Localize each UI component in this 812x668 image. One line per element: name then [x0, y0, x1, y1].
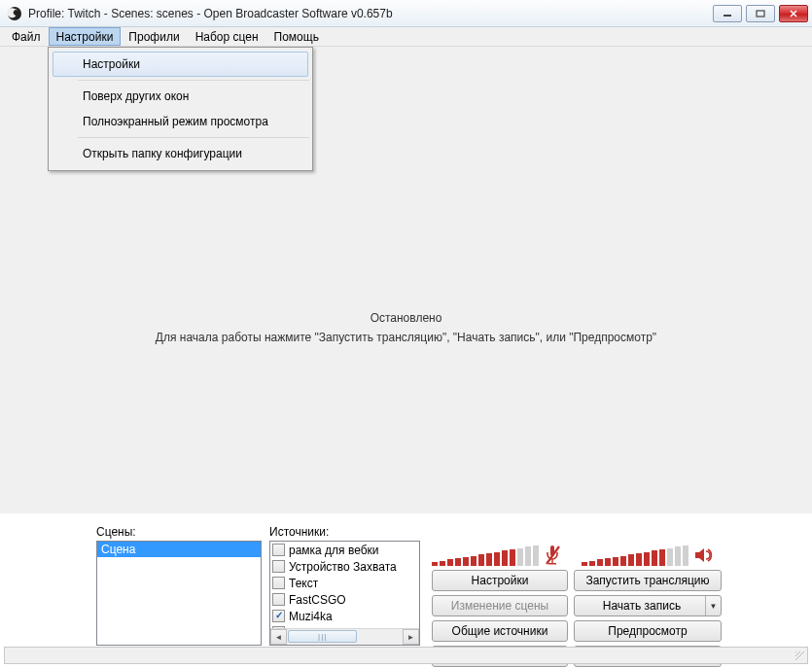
meter-bar — [463, 557, 469, 566]
list-item[interactable]: Текст — [270, 575, 419, 591]
minimize-button[interactable] — [713, 5, 742, 22]
preview-button[interactable]: Предпросмотр — [574, 620, 722, 642]
meter-bar — [502, 550, 508, 566]
scenes-listbox[interactable]: Сцена — [96, 541, 262, 646]
meter-bar — [644, 552, 650, 566]
meter-bar — [683, 545, 688, 566]
meter-bar — [582, 562, 587, 566]
menu-item-1[interactable]: Настройки — [49, 27, 122, 46]
svg-rect-1 — [724, 15, 731, 17]
start-record-button[interactable]: Начать запись ▼ — [574, 595, 722, 616]
source-label: рамка для вебки — [289, 544, 379, 557]
start-stream-button[interactable]: Запустить трансляцию — [574, 570, 722, 591]
scroll-track[interactable]: ||| — [287, 629, 403, 645]
meter-bar — [533, 545, 539, 566]
meter-bar — [440, 561, 445, 566]
microphone-icon[interactable] — [543, 545, 564, 566]
meter-bar — [636, 553, 642, 566]
menu-item-2[interactable]: Профили — [121, 27, 187, 46]
list-item[interactable]: рамка для вебки — [270, 542, 419, 558]
meter-bar — [628, 554, 634, 566]
meter-bar — [447, 559, 453, 566]
settings-dropdown: НастройкиПоверх других оконПолноэкранный… — [48, 47, 313, 171]
speaker-icon[interactable] — [692, 545, 714, 566]
menubar: ФайлНастройкиПрофилиНабор сценПомощь — [0, 27, 812, 47]
scroll-thumb[interactable]: ||| — [288, 630, 357, 643]
meter-bar — [478, 554, 484, 566]
statusbar — [4, 647, 808, 664]
audio-meters — [432, 539, 722, 566]
menu-separator — [78, 80, 309, 81]
meter-bar — [675, 546, 681, 566]
checkbox[interactable] — [272, 577, 285, 589]
checkbox[interactable] — [272, 610, 285, 622]
meter-bar — [432, 562, 438, 566]
meter-bar — [486, 553, 492, 566]
svg-rect-4 — [551, 559, 552, 563]
menu-item-3[interactable]: Набор сцен — [188, 27, 266, 46]
source-label: Muzi4ka — [289, 610, 333, 623]
meter-bar — [589, 561, 595, 566]
meter-bar — [605, 558, 611, 566]
menu-separator — [78, 137, 309, 138]
scroll-left-icon[interactable]: ◄ — [270, 629, 287, 645]
start-record-label: Начать запись — [579, 599, 705, 613]
settings-button[interactable]: Настройки — [432, 570, 568, 591]
menu-item-4[interactable]: Помощь — [266, 27, 327, 46]
sources-label: Источники: — [269, 525, 420, 539]
maximize-button[interactable] — [746, 5, 775, 22]
source-label: Устройство Захвата — [289, 560, 397, 574]
meter-bar — [597, 559, 603, 566]
scenes-label: Сцены: — [96, 525, 262, 539]
preview-status: Остановлено — [0, 311, 812, 325]
list-item[interactable]: Muzi4ka — [270, 608, 419, 624]
meter-bar — [659, 549, 665, 566]
svg-rect-5 — [548, 563, 556, 565]
source-label: FastCSGO — [289, 593, 346, 607]
checkbox[interactable] — [272, 560, 285, 573]
meter-bar — [652, 550, 657, 566]
window-title: Profile: Twitch - Scenes: scenes - Open … — [28, 7, 713, 20]
scene-change-button[interactable]: Изменение сцены — [432, 595, 568, 616]
global-sources-button[interactable]: Общие источники — [432, 620, 568, 642]
preview-hint: Для начала работы нажмите "Запустить тра… — [0, 331, 812, 344]
obs-app-icon — [6, 5, 23, 22]
speaker-meter[interactable] — [582, 545, 688, 566]
meter-bar — [494, 552, 500, 566]
source-label: Текст — [289, 577, 318, 590]
close-button[interactable] — [779, 5, 808, 22]
dropdown-item-5[interactable]: Открыть папку конфигурации — [53, 141, 308, 166]
sources-listbox[interactable]: рамка для вебкиУстройство ЗахватаТекстFa… — [269, 541, 420, 646]
checkbox[interactable] — [272, 544, 285, 556]
meter-bar — [517, 548, 523, 566]
chevron-down-icon[interactable]: ▼ — [705, 596, 721, 615]
menu-item-0[interactable]: Файл — [4, 27, 49, 46]
scroll-right-icon[interactable]: ► — [403, 629, 419, 645]
titlebar: Profile: Twitch - Scenes: scenes - Open … — [0, 0, 812, 27]
dropdown-item-2[interactable]: Поверх других окон — [53, 84, 308, 109]
dropdown-item-3[interactable]: Полноэкранный режим просмотра — [53, 109, 308, 134]
meter-bar — [620, 556, 626, 567]
svg-rect-2 — [757, 11, 764, 17]
meter-bar — [525, 546, 531, 566]
mic-meter[interactable] — [432, 545, 539, 566]
list-item[interactable]: Устройство Захвата — [270, 558, 419, 575]
list-item[interactable]: FastCSGO — [270, 591, 419, 608]
list-item[interactable]: Сцена — [97, 542, 261, 557]
window-controls — [713, 5, 808, 22]
meter-bar — [455, 558, 461, 566]
checkbox[interactable] — [272, 593, 285, 606]
meter-bar — [613, 557, 618, 566]
dropdown-item-0[interactable]: Настройки — [53, 52, 308, 77]
meter-bar — [471, 556, 477, 567]
meter-bar — [667, 548, 673, 566]
meter-bar — [510, 549, 515, 566]
sources-scrollbar[interactable]: ◄ ||| ► — [270, 628, 419, 645]
